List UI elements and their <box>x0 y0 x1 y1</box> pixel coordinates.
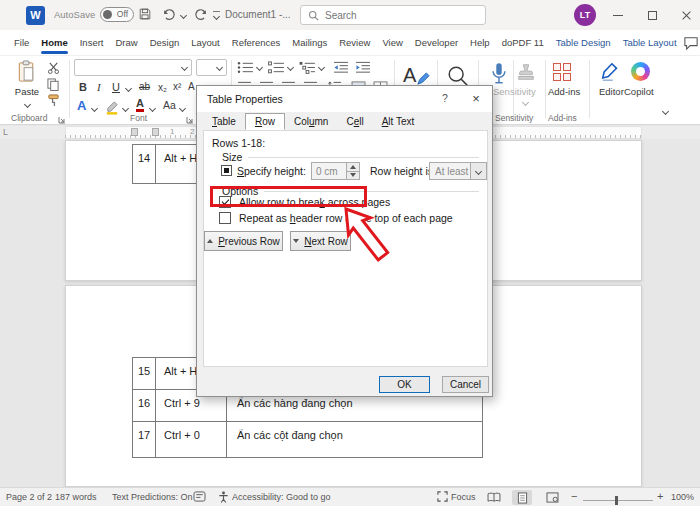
combo-dropdown-icon[interactable] <box>470 163 486 179</box>
cell-shortcut[interactable]: Ctrl + 0 <box>156 422 227 457</box>
editor-label[interactable]: Editor <box>599 86 624 97</box>
multilevel-list-icon[interactable] <box>299 61 316 76</box>
strikethrough-button[interactable]: ab <box>139 81 150 92</box>
numbering-chevron-icon[interactable] <box>287 64 294 71</box>
autosave-toggle[interactable]: Off <box>100 7 134 22</box>
copilot-label[interactable]: Copilot <box>624 86 654 97</box>
cell-description[interactable]: Ẩn các cột đang chọn <box>227 422 482 457</box>
highlight-color-icon[interactable] <box>104 100 120 117</box>
add-ins-label[interactable]: Add-ins <box>548 86 580 97</box>
dialog-tab-alt-text[interactable]: Alt Text <box>373 113 424 129</box>
tab-table-design[interactable]: Table Design <box>550 30 617 55</box>
tab-review[interactable]: Review <box>333 30 376 55</box>
table-column-marker[interactable] <box>152 128 159 136</box>
close-button[interactable] <box>672 0 700 30</box>
tab-dopdf[interactable]: doPDF 11 <box>496 30 550 55</box>
font-color-chevron-icon[interactable] <box>149 105 156 112</box>
previous-row-button[interactable]: Previous Row <box>204 231 283 251</box>
text-predictions[interactable]: Text Predictions: On <box>112 492 193 502</box>
tab-layout[interactable]: Layout <box>185 30 226 55</box>
tab-view[interactable]: View <box>376 30 408 55</box>
highlight-chevron-icon[interactable] <box>122 105 129 112</box>
tab-draw[interactable]: Draw <box>109 30 143 55</box>
tab-design[interactable]: Design <box>144 30 186 55</box>
spin-up-icon[interactable] <box>347 163 359 172</box>
proofing-icon[interactable] <box>193 491 206 504</box>
spin-down-icon[interactable] <box>347 172 359 180</box>
dialog-title-bar[interactable]: Table Properties ? × <box>197 86 492 112</box>
focus-button[interactable]: Focus <box>451 492 476 502</box>
tab-table-layout[interactable]: Table Layout <box>617 30 683 55</box>
numbering-icon[interactable] <box>268 61 285 76</box>
comments-icon[interactable] <box>683 36 699 50</box>
tab-developer[interactable]: Developer <box>409 30 464 55</box>
font-size-combo[interactable] <box>196 59 227 76</box>
cell-row-number[interactable]: 16 <box>133 390 156 421</box>
increase-indent-icon[interactable] <box>355 61 371 76</box>
font-launcher-icon[interactable] <box>186 114 194 126</box>
qat-more-icon[interactable] <box>213 11 220 12</box>
cell-row-number[interactable]: 17 <box>133 422 156 457</box>
maximize-button[interactable] <box>638 0 666 30</box>
bullets-icon[interactable] <box>237 61 254 76</box>
clipboard-launcher-icon[interactable] <box>58 114 66 126</box>
search-input[interactable] <box>325 10 465 21</box>
tab-insert[interactable]: Insert <box>74 30 110 55</box>
ok-button[interactable]: OK <box>379 376 430 393</box>
multilevel-chevron-icon[interactable] <box>318 64 325 71</box>
font-color-button[interactable]: A <box>136 98 144 112</box>
tab-help[interactable]: Help <box>464 30 496 55</box>
text-effects-button[interactable]: A <box>77 98 86 113</box>
copy-icon[interactable] <box>47 78 59 93</box>
editor-icon[interactable] <box>600 61 622 85</box>
change-case-chevron-icon[interactable] <box>179 105 186 112</box>
italic-button[interactable]: I <box>97 81 101 93</box>
zoom-level[interactable]: 100% <box>671 492 694 502</box>
bullets-chevron-icon[interactable] <box>256 64 263 71</box>
collapse-ribbon-icon[interactable] <box>662 108 669 115</box>
repeat-header-checkbox[interactable] <box>219 212 231 224</box>
subscript-button[interactable]: x₂ <box>158 82 167 93</box>
cell-row-number[interactable]: 14 <box>133 145 156 183</box>
tab-home[interactable]: Home <box>35 30 73 55</box>
cell-row-number[interactable]: 15 <box>133 358 156 389</box>
accessibility-status[interactable]: Accessibility: Good to go <box>232 492 331 502</box>
paste-button[interactable]: Paste <box>10 60 44 112</box>
format-painter-icon[interactable] <box>47 94 60 109</box>
save-icon[interactable] <box>138 7 152 23</box>
underline-button[interactable]: U <box>112 81 120 93</box>
page-info[interactable]: Page 2 of 2 <box>6 492 52 502</box>
minimize-button[interactable] <box>604 0 632 30</box>
superscript-button[interactable]: x² <box>173 81 181 92</box>
styles-button[interactable]: A <box>403 64 416 87</box>
cut-icon[interactable] <box>47 62 60 76</box>
undo-icon[interactable] <box>162 8 176 23</box>
indent-marker[interactable] <box>131 128 138 136</box>
dialog-tab-table[interactable]: Table <box>203 113 245 129</box>
specify-height-checkbox[interactable] <box>221 165 232 176</box>
search-box[interactable] <box>300 5 486 25</box>
height-spinner[interactable]: 0 cm <box>311 162 360 180</box>
row-height-combo[interactable]: At least <box>429 162 487 180</box>
zoom-slider-track[interactable] <box>583 500 653 501</box>
cancel-button[interactable]: Cancel <box>442 376 489 393</box>
read-mode-button[interactable] <box>484 490 504 505</box>
text-effects-chevron-icon[interactable] <box>91 105 98 112</box>
zoom-in-button[interactable]: + <box>657 490 663 502</box>
zoom-out-button[interactable]: − <box>571 490 577 502</box>
dialog-tab-cell[interactable]: Cell <box>337 113 372 129</box>
undo-dropdown-icon[interactable] <box>180 12 187 19</box>
avatar[interactable]: LT <box>574 4 596 26</box>
bold-button[interactable]: B <box>79 81 87 93</box>
decrease-indent-icon[interactable] <box>333 61 349 76</box>
tab-selector[interactable]: L <box>3 127 8 137</box>
dialog-tab-column[interactable]: Column <box>285 113 337 129</box>
underline-chevron-icon[interactable] <box>125 85 132 92</box>
font-name-combo[interactable] <box>74 59 192 76</box>
dialog-help-button[interactable]: ? <box>438 92 452 104</box>
copilot-icon[interactable] <box>631 62 650 81</box>
word-count[interactable]: 187 words <box>55 492 97 502</box>
redo-icon[interactable] <box>194 8 208 23</box>
tab-mailings[interactable]: Mailings <box>286 30 333 55</box>
change-case-button[interactable]: Aa <box>163 99 176 111</box>
